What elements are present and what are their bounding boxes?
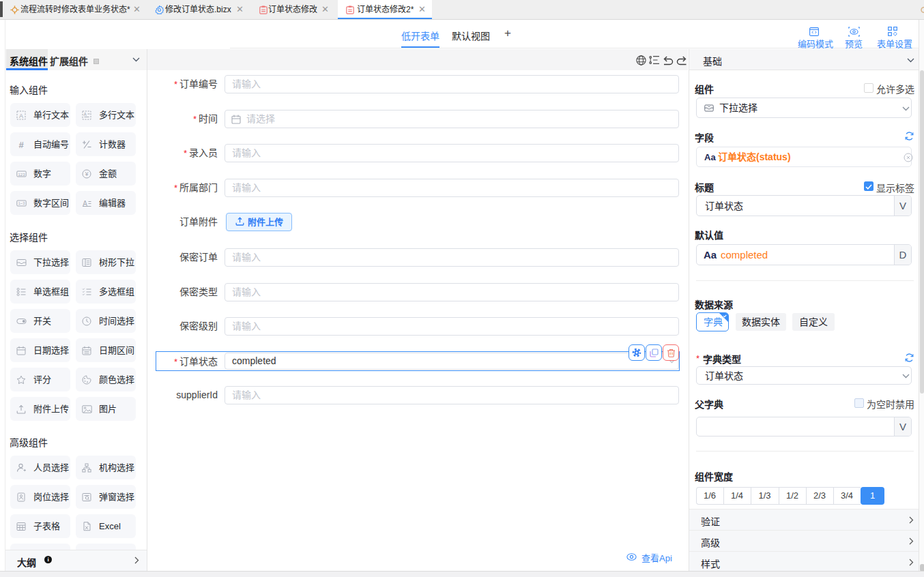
- svg-text:1~3: 1~3: [18, 201, 25, 205]
- svg-text:¥: ¥: [85, 171, 89, 177]
- svg-text:A: A: [19, 113, 23, 119]
- svg-text:#: #: [18, 140, 24, 149]
- svg-text:A: A: [83, 112, 87, 117]
- svg-text:123: 123: [18, 173, 25, 177]
